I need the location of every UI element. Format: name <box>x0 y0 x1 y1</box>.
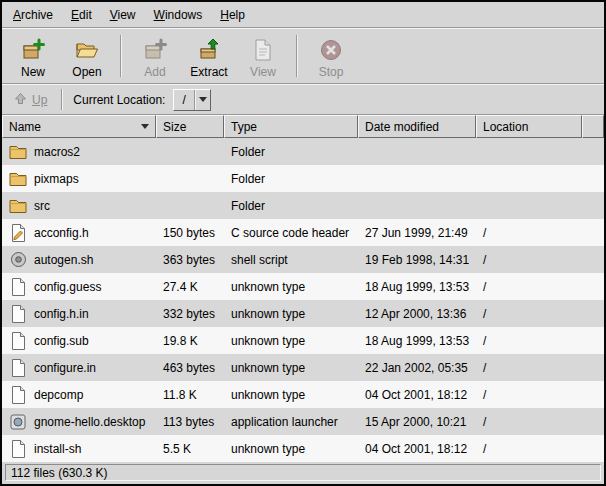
column-header-name[interactable]: Name <box>2 115 156 138</box>
file-name: config.guess <box>34 280 101 294</box>
toolbar-separator <box>120 35 122 77</box>
file-location: / <box>476 307 604 321</box>
file-size: 19.8 K <box>156 334 224 348</box>
file-size: 332 bytes <box>156 307 224 321</box>
extract-button[interactable]: Extract <box>182 31 236 81</box>
table-row[interactable]: macros2 Folder <box>2 138 604 165</box>
file-date-modified: 15 Apr 2000, 10:21 <box>358 415 476 429</box>
menu-view[interactable]: View <box>101 3 145 27</box>
column-header-type[interactable]: Type <box>224 115 358 138</box>
column-header-date-modified[interactable]: Date modified <box>358 115 476 138</box>
menu-windows-label: W <box>154 8 165 22</box>
new-button[interactable]: New <box>6 31 60 81</box>
file-size: 463 bytes <box>156 361 224 375</box>
file-location: / <box>476 442 604 456</box>
menubar: Archive Edit View Windows Help <box>2 2 604 28</box>
menu-windows[interactable]: Windows <box>145 3 212 27</box>
table-row[interactable]: config.guess 27.4 K unknown type 18 Aug … <box>2 273 604 300</box>
file-type: shell script <box>224 253 358 267</box>
menu-archive[interactable]: Archive <box>4 3 62 27</box>
file-name: acconfig.h <box>34 226 89 240</box>
file-date-modified: 22 Jan 2002, 05:35 <box>358 361 476 375</box>
table-row[interactable]: config.h.in 332 bytes unknown type 12 Ap… <box>2 300 604 327</box>
file-type: unknown type <box>224 307 358 321</box>
file-type: unknown type <box>224 361 358 375</box>
file-name: macros2 <box>34 145 80 159</box>
new-archive-icon <box>21 36 45 62</box>
table-row[interactable]: pixmaps Folder <box>2 165 604 192</box>
menu-help-label: H <box>220 8 229 22</box>
open-button[interactable]: Open <box>60 31 114 81</box>
launcher-icon <box>9 414 27 430</box>
folder-icon <box>9 171 27 186</box>
folder-icon <box>9 144 27 159</box>
stop-button[interactable]: Stop <box>304 31 358 81</box>
file-type: unknown type <box>224 280 358 294</box>
sort-arrow-icon <box>141 124 149 129</box>
menu-help[interactable]: Help <box>211 3 254 27</box>
add-button-label: Add <box>144 65 165 79</box>
stop-icon <box>319 36 343 62</box>
file-type: unknown type <box>224 334 358 348</box>
column-header-location[interactable]: Location <box>476 115 582 138</box>
file-type: Folder <box>224 172 358 186</box>
file-type: Folder <box>224 199 358 213</box>
document-icon <box>9 386 27 404</box>
file-location: / <box>476 361 604 375</box>
open-button-label: Open <box>72 65 101 79</box>
folder-icon <box>9 198 27 213</box>
document-icon <box>9 440 27 458</box>
table-row[interactable]: acconfig.h 150 bytes C source code heade… <box>2 219 604 246</box>
status-bar: 112 files (630.3 K) <box>2 462 604 484</box>
file-date-modified: 27 Jun 1999, 21:49 <box>358 226 476 240</box>
open-folder-icon <box>75 36 99 62</box>
table-row[interactable]: src Folder <box>2 192 604 219</box>
menu-view-label: V <box>110 8 118 22</box>
file-date-modified: 18 Aug 1999, 13:53 <box>358 280 476 294</box>
file-size: 11.8 K <box>156 388 224 402</box>
table-row[interactable]: depcomp 11.8 K unknown type 04 Oct 2001,… <box>2 381 604 408</box>
location-dropdown[interactable]: / <box>173 89 210 111</box>
column-header-row: Name Size Type Date modified Location <box>2 115 604 138</box>
up-button[interactable]: Up <box>10 90 51 110</box>
menu-edit[interactable]: Edit <box>62 3 101 27</box>
file-size: 150 bytes <box>156 226 224 240</box>
file-location: / <box>476 226 604 240</box>
status-text: 112 files (630.3 K) <box>11 466 108 480</box>
file-name: config.h.in <box>34 307 89 321</box>
view-button[interactable]: View <box>236 31 290 81</box>
column-header-size[interactable]: Size <box>156 115 224 138</box>
file-name: gnome-hello.desktop <box>34 415 145 429</box>
file-name: pixmaps <box>34 172 79 186</box>
document-icon <box>9 359 27 377</box>
table-row[interactable]: install-sh 5.5 K unknown type 04 Oct 200… <box>2 435 604 462</box>
add-button[interactable]: Add <box>128 31 182 81</box>
script-icon <box>9 251 27 268</box>
file-date-modified: 18 Aug 1999, 13:53 <box>358 334 476 348</box>
up-arrow-icon <box>14 92 27 108</box>
file-date-modified: 04 Oct 2001, 18:12 <box>358 442 476 456</box>
table-row[interactable]: autogen.sh 363 bytes shell script 19 Feb… <box>2 246 604 273</box>
file-list: macros2 Folder pixmaps Folder src Folder… <box>2 138 604 462</box>
file-size: 27.4 K <box>156 280 224 294</box>
file-type: unknown type <box>224 388 358 402</box>
file-date-modified: 19 Feb 1998, 14:31 <box>358 253 476 267</box>
chevron-down-icon <box>195 90 210 110</box>
file-location: / <box>476 415 604 429</box>
extract-button-label: Extract <box>190 65 227 79</box>
current-location-label: Current Location: <box>73 93 165 107</box>
file-location: / <box>476 253 604 267</box>
file-type: C source code header <box>224 226 358 240</box>
file-name: depcomp <box>34 388 83 402</box>
file-size: 5.5 K <box>156 442 224 456</box>
table-row[interactable]: config.sub 19.8 K unknown type 18 Aug 19… <box>2 327 604 354</box>
toolbar: New Open Add <box>2 28 604 84</box>
up-button-label: Up <box>32 93 47 107</box>
file-name: install-sh <box>34 442 81 456</box>
file-type: Folder <box>224 145 358 159</box>
location-dropdown-value: / <box>174 90 194 110</box>
table-row[interactable]: gnome-hello.desktop 113 bytes applicatio… <box>2 408 604 435</box>
table-row[interactable]: configure.in 463 bytes unknown type 22 J… <box>2 354 604 381</box>
toolbar-separator <box>296 35 298 77</box>
c-header-icon <box>9 224 27 242</box>
